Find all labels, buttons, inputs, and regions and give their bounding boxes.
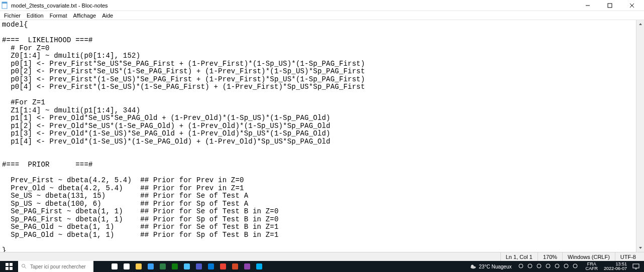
svg-rect-1 (2, 2, 7, 4)
wifi-icon[interactable] (562, 263, 571, 270)
lang-secondary: CAFR (585, 266, 598, 271)
app2-icon[interactable] (241, 261, 253, 272)
app1-icon[interactable] (157, 261, 169, 272)
status-zoom: 170% (538, 252, 562, 261)
titlebar: model_2tests_covariate.txt - Bloc-notes (0, 0, 644, 11)
svg-point-29 (537, 264, 541, 268)
svg-rect-17 (172, 263, 178, 269)
status-eol: Windows (CRLF) (562, 252, 615, 261)
svg-point-10 (22, 264, 25, 267)
svg-rect-12 (112, 263, 118, 269)
svg-rect-34 (633, 264, 639, 268)
ppt-icon[interactable] (229, 261, 241, 272)
svg-rect-14 (136, 263, 142, 269)
clock-date: 2022-06-07 (604, 266, 627, 271)
up-icon[interactable] (525, 263, 534, 270)
menu-edition[interactable]: Edition (24, 13, 47, 19)
svg-point-26 (471, 265, 474, 267)
svg-rect-18 (184, 263, 190, 269)
notepad-icon (1, 2, 9, 10)
maximize-button[interactable] (599, 0, 621, 11)
close-button[interactable] (621, 0, 643, 11)
xbox-icon[interactable] (169, 261, 181, 272)
menubar: Fichier Edition Format Affichage Aide (0, 11, 644, 20)
store-icon[interactable] (145, 261, 157, 272)
taskview-icon[interactable] (121, 261, 133, 272)
menu-aide[interactable]: Aide (99, 13, 116, 19)
svg-rect-24 (256, 263, 262, 269)
svg-rect-21 (220, 263, 226, 269)
svg-rect-13 (124, 263, 130, 269)
taskbar-apps (109, 261, 265, 272)
svg-point-28 (528, 264, 532, 268)
menu-affichage[interactable]: Affichage (70, 13, 99, 19)
taskbar-right: 23°C Nuageux FRA CAFR 13:51 2022-06-07 (467, 261, 644, 272)
outlook-icon[interactable] (205, 261, 217, 272)
onedrive-icon[interactable] (534, 263, 544, 270)
teams-icon[interactable] (193, 261, 205, 272)
search-placeholder: Taper ici pour rechercher (30, 264, 86, 269)
svg-rect-8 (6, 267, 9, 270)
svg-point-31 (555, 264, 559, 268)
taskbar: Taper ici pour rechercher 23°C Nuageux F… (0, 261, 644, 272)
edge-icon[interactable] (181, 261, 193, 272)
text-editor[interactable]: model{ #=== LIKELIHOOD ===# # For Z=0 Z0… (0, 20, 636, 252)
cortana-icon[interactable] (109, 261, 121, 272)
svg-rect-19 (196, 263, 202, 269)
minimize-button[interactable] (577, 0, 599, 11)
start-button[interactable] (0, 261, 18, 272)
svg-point-30 (546, 264, 550, 268)
menu-format[interactable]: Format (47, 13, 70, 19)
svg-rect-23 (244, 263, 250, 269)
svg-rect-20 (208, 263, 214, 269)
chrome-icon[interactable] (217, 261, 229, 272)
language-indicator[interactable]: FRA CAFR (582, 262, 601, 271)
battery-icon[interactable] (553, 263, 562, 270)
svg-rect-15 (148, 263, 154, 269)
svg-rect-3 (608, 4, 612, 8)
status-position: Ln 1, Col 1 (500, 252, 538, 261)
scroll-up-button[interactable] (636, 20, 644, 28)
weather-icon (470, 263, 477, 270)
svg-rect-9 (10, 267, 13, 270)
weather-text: 23°C Nuageux (479, 264, 511, 269)
action-center-button[interactable] (630, 261, 642, 272)
svg-point-33 (573, 264, 577, 268)
editor-area: model{ #=== LIKELIHOOD ===# # For Z=0 Z0… (0, 20, 644, 252)
taskbar-search[interactable]: Taper ici pour rechercher (18, 261, 93, 272)
svg-rect-7 (10, 263, 13, 266)
weather-widget[interactable]: 23°C Nuageux (467, 261, 514, 272)
svg-line-11 (25, 267, 26, 268)
svg-rect-6 (6, 263, 9, 266)
vertical-scrollbar[interactable] (636, 20, 644, 252)
skype-icon[interactable] (253, 261, 265, 272)
headset-icon[interactable] (544, 263, 553, 270)
svg-point-27 (519, 264, 523, 268)
scroll-down-button[interactable] (636, 244, 644, 252)
system-tray (514, 261, 582, 272)
window-controls (577, 0, 643, 11)
vol-icon[interactable] (571, 263, 580, 270)
menu-fichier[interactable]: Fichier (1, 13, 24, 19)
search-icon (21, 263, 27, 269)
clock[interactable]: 13:51 2022-06-07 (601, 262, 630, 271)
svg-rect-22 (232, 263, 238, 269)
statusbar: Ln 1, Col 1 170% Windows (CRLF) UTF-8 (0, 252, 644, 261)
explorer-icon[interactable] (133, 261, 145, 272)
status-encoding: UTF-8 (615, 252, 641, 261)
cloud-icon[interactable] (516, 263, 525, 270)
svg-rect-16 (160, 263, 166, 269)
window-title: model_2tests_covariate.txt - Bloc-notes (11, 3, 577, 9)
svg-point-32 (564, 264, 568, 268)
taskbar-left: Taper ici pour rechercher (0, 261, 265, 272)
